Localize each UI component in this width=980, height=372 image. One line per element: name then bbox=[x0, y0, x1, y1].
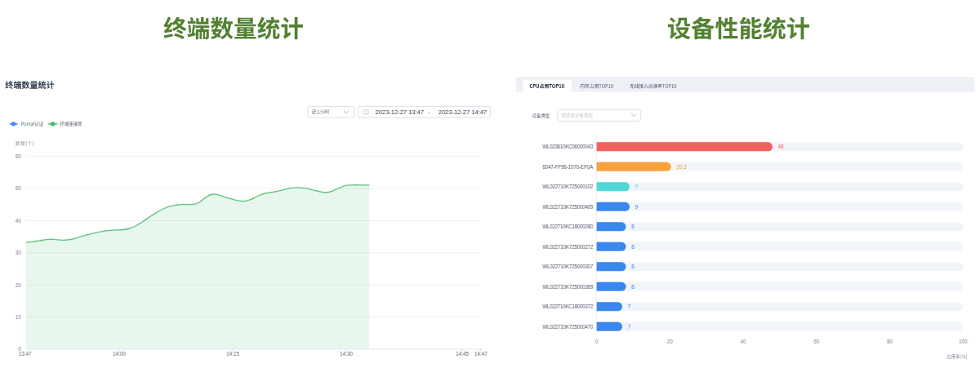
svg-text:50: 50 bbox=[16, 185, 22, 191]
svg-text:WL023610KC06000043: WL023610KC06000043 bbox=[542, 144, 593, 149]
svg-text:0: 0 bbox=[595, 339, 599, 344]
svg-text:60: 60 bbox=[16, 153, 22, 159]
svg-text:WL022710KC18000280: WL022710KC18000280 bbox=[542, 224, 593, 229]
svg-text:7: 7 bbox=[628, 324, 631, 330]
svg-text:100: 100 bbox=[959, 339, 968, 344]
svg-text:40: 40 bbox=[16, 218, 22, 224]
svg-text:60: 60 bbox=[813, 339, 820, 344]
svg-text:13:47: 13:47 bbox=[18, 351, 31, 356]
svg-text:48: 48 bbox=[778, 144, 785, 149]
svg-text:WL022710KC18000372: WL022710KC18000372 bbox=[542, 303, 593, 309]
svg-text:8: 8 bbox=[631, 264, 635, 269]
svg-text:8: 8 bbox=[631, 224, 635, 229]
svg-text:10: 10 bbox=[16, 314, 22, 320]
svg-text:WL022710K725000409: WL022710K725000409 bbox=[542, 204, 593, 210]
svg-text:40: 40 bbox=[741, 339, 747, 344]
svg-text:2023-12-27 14:47: 2023-12-27 14:47 bbox=[439, 108, 487, 116]
svg-text:8: 8 bbox=[631, 244, 635, 250]
svg-text:7: 7 bbox=[628, 303, 631, 309]
svg-text:6047-FF96-1070-EF0A: 6047-FF96-1070-EF0A bbox=[542, 164, 594, 170]
svg-text:WL022710K725000272: WL022710K725000272 bbox=[542, 244, 593, 250]
svg-text:WL022710K725000102: WL022710K725000102 bbox=[542, 184, 593, 189]
svg-text:2023-12-27 13:47: 2023-12-27 13:47 bbox=[376, 108, 424, 116]
svg-text:14:30: 14:30 bbox=[340, 351, 353, 356]
svg-text:8: 8 bbox=[631, 284, 635, 290]
svg-text:14:15: 14:15 bbox=[226, 351, 239, 356]
svg-text:9: 9 bbox=[635, 204, 639, 210]
svg-text:WL022710K725000369: WL022710K725000369 bbox=[542, 284, 593, 290]
svg-text:20: 20 bbox=[16, 282, 22, 288]
svg-text:20.3: 20.3 bbox=[676, 164, 687, 170]
svg-text:80: 80 bbox=[887, 339, 893, 344]
svg-text:WL022710K725000470: WL022710K725000470 bbox=[542, 324, 593, 330]
svg-text:20: 20 bbox=[667, 339, 674, 344]
svg-text:WL022710K725000307: WL022710K725000307 bbox=[542, 264, 593, 269]
svg-text:14:45: 14:45 bbox=[456, 351, 469, 356]
svg-text:30: 30 bbox=[16, 250, 22, 255]
svg-text:14:00: 14:00 bbox=[113, 351, 126, 356]
svg-text:14:47: 14:47 bbox=[474, 351, 488, 356]
svg-text:9: 9 bbox=[635, 184, 639, 189]
